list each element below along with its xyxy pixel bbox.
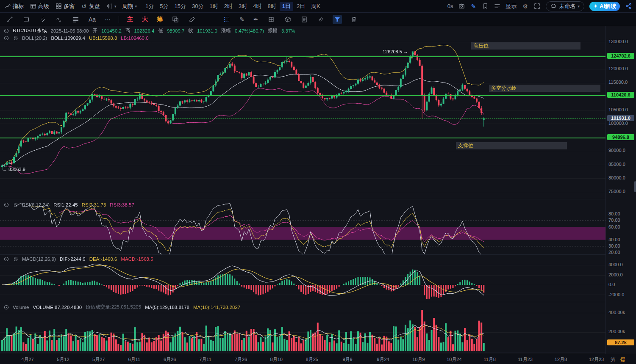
collapse-chevron-icon[interactable] [3,28,9,33]
collapse-chevron-icon[interactable] [3,35,9,41]
display-button[interactable]: 显示 [506,3,517,10]
x-axis-label: 5月12 [57,356,69,363]
close-value: 101931.0 [197,28,217,33]
timeframe-1时[interactable]: 1时 [207,2,220,11]
high-label: 高 [125,28,131,34]
rsi-legend: RSI(6,12,24) RSI1:22.45 RSI2:31.73 RSI3:… [3,202,134,207]
support-price-badge: 94896.8 [607,134,634,140]
pen-tool-icon[interactable]: ✒ [253,15,259,24]
channel-tool-icon[interactable] [38,15,47,24]
indicators-label: 指标 [13,3,24,10]
macd-value: MACD:-1568.5 [121,256,153,262]
trading-terminal: 指标 高级 多窗 ↺ 复盘 ▾ 周期 ▾ 1分5分15分30分1时2时3时4时8… [0,0,636,364]
chip-distribution-button[interactable]: 筹 [156,15,164,24]
x-axis-label: 8月25 [306,356,318,363]
pattern-tool-icon[interactable] [267,15,276,24]
scrollbar-thumb[interactable] [634,181,636,192]
filter-tool-icon[interactable] [333,15,342,24]
timeframe-15分[interactable]: 15分 [172,2,189,11]
x-axis-label: 10月24 [447,356,461,363]
open-label: 开 [92,28,97,34]
x-axis-label: 10月9 [412,356,425,363]
wave-tool-icon[interactable] [55,15,64,24]
volume-name: Volume [13,305,29,310]
large-font-button[interactable]: 大 [141,15,149,24]
main-chart-button[interactable]: 主 [126,15,134,24]
axis-label: 200.00k [608,329,625,334]
watershed-price-badge: 110420.6 [607,92,634,98]
watershed-level-line[interactable] [0,95,605,96]
ai-analysis-button[interactable]: ✦ AI解读 [589,2,620,11]
collapse-chevron-icon[interactable] [3,256,9,262]
chevron-down-icon: ▾ [135,4,137,8]
fib-tool-icon[interactable] [71,15,81,24]
burst-tab[interactable]: 爆 [620,356,625,364]
low-label: 低 [158,28,163,34]
x-axis-label: 9月24 [377,356,389,363]
timeframe-3时[interactable]: 3时 [236,2,250,11]
watershed-annotation[interactable]: 多空分水岭 [489,85,600,92]
timeframe-8时[interactable]: 8时 [265,2,278,11]
time-axis[interactable]: 4月275月125月276月116月267月117月268月108月259月99… [0,354,636,364]
collapse-chevron-icon[interactable] [3,202,9,207]
timeframe-1日[interactable]: 1日 [280,2,293,11]
period-label: 周期 [122,3,133,10]
timeframe-4时[interactable]: 4时 [250,2,264,11]
collapse-chevron-icon[interactable] [3,304,9,310]
trendline-tool-icon[interactable] [5,15,14,24]
chart-area: BTC/USDT永续 2025-11-05 08:00 开101450.2 高1… [0,26,605,354]
period-low-marker: ← 83063.9 [3,167,25,172]
draw-pencil-icon[interactable]: ✎ [470,3,477,10]
rectangle-tool-icon[interactable] [22,15,31,24]
replay-button[interactable]: ↺ 复盘 [81,3,100,10]
more-tools-button[interactable]: ⋯ [104,15,111,24]
watchlist-icon[interactable] [494,3,501,10]
support-annotation[interactable]: 支撑位 [456,142,567,149]
layout-name: 未命名 [559,3,576,10]
boll-legend: BOLL(20,2) BOLL:109029.4 UB:115598.8 LB:… [3,35,149,41]
box-tool-icon[interactable] [283,15,292,24]
note-tool-icon[interactable] [300,15,309,24]
multi-window-button[interactable]: 多窗 [55,3,75,10]
multi-chart-icon[interactable] [171,15,180,24]
resistance-level-line[interactable] [0,56,605,57]
last-price-badge: 101931.0 [607,115,634,121]
pencil-tool-icon[interactable]: ✎ [239,15,245,24]
chip-tab[interactable]: 筹 [611,356,616,364]
share-icon[interactable] [625,3,632,10]
advanced-button[interactable]: 高级 [30,3,49,10]
alarm-icon[interactable] [13,202,18,207]
timeframe-周K[interactable]: 周K [308,2,323,11]
timeframe-30分[interactable]: 30分 [189,2,206,11]
audio-button[interactable]: ▾ [106,3,117,10]
axis-label: 75000.0 [608,189,625,194]
fullscreen-icon[interactable] [534,3,541,10]
price-axis[interactable]: 130000.0120000.0115000.0105000.0100000.0… [605,26,636,354]
bookmark-icon[interactable] [482,3,489,10]
chevron-down-icon: ▾ [114,4,117,8]
layout-name-dropdown[interactable]: 未命名 ▾ [546,1,585,11]
x-axis-label: 4月27 [21,356,33,363]
marquee-select-icon[interactable] [222,15,231,24]
support-level-line[interactable] [0,138,605,138]
text-tool[interactable]: Aa [88,15,97,24]
axis-label: -2000.0 [608,292,624,297]
alarm-icon[interactable] [13,35,18,41]
change-label: 涨幅 [221,28,231,34]
period-dropdown[interactable]: 周期 ▾ [122,3,137,10]
drawing-toolbar: Aa ⋯ 主 大 筹 ✎ ✒ [0,13,636,26]
indicators-button[interactable]: 指标 [4,3,24,10]
timeframe-1分[interactable]: 1分 [143,2,156,11]
gear-icon[interactable]: ⚙ [522,3,529,10]
timeframe-2日[interactable]: 2日 [294,2,308,11]
high-pressure-annotation[interactable]: 高压位 [471,42,580,50]
timeframe-5分[interactable]: 5分 [157,2,171,11]
brush-icon[interactable] [187,15,197,24]
trash-icon[interactable] [349,15,358,24]
timeframe-2时[interactable]: 2时 [222,2,235,11]
link-tool-icon[interactable] [316,15,325,24]
axis-label: 0.0 [608,282,615,287]
camera-icon[interactable] [458,3,465,10]
alarm-icon[interactable] [13,256,18,262]
symbol-name[interactable]: BTC/USDT永续 [13,28,47,34]
